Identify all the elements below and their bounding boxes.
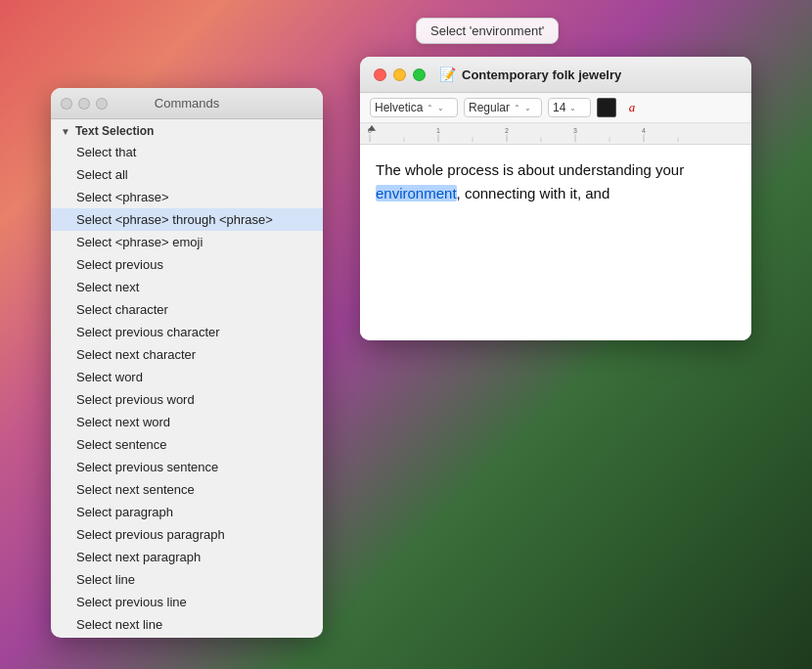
list-item[interactable]: Select previous line <box>51 591 323 613</box>
font-dropdown-icon: ⌃ <box>427 104 433 112</box>
content-before: The whole process is about understanding… <box>376 161 684 178</box>
list-item[interactable]: Select next word <box>51 411 323 433</box>
commands-titlebar: Commands <box>51 88 323 119</box>
list-item[interactable]: Select next paragraph <box>51 546 323 568</box>
minimize-button[interactable] <box>78 98 90 110</box>
list-item[interactable]: Select previous paragraph <box>51 523 323 546</box>
list-item[interactable]: Select next character <box>51 343 323 366</box>
list-item[interactable]: Select all <box>51 163 323 186</box>
size-selector[interactable]: 14 ⌄ <box>548 98 591 117</box>
svg-text:4: 4 <box>642 128 646 135</box>
ruler: 0 1 2 3 4 <box>360 123 751 145</box>
text-color-swatch[interactable] <box>597 98 616 117</box>
tooltip-text: Select 'environment' <box>430 23 544 38</box>
font-dropdown-icon2: ⌄ <box>437 104 444 112</box>
editor-title: Contemporary folk jewelry <box>462 67 621 82</box>
list-item[interactable]: Select that <box>51 141 323 163</box>
list-item[interactable]: Select sentence <box>51 433 323 456</box>
tooltip: Select 'environment' <box>416 18 559 44</box>
style-dropdown-icon2: ⌄ <box>524 104 531 112</box>
font-selector[interactable]: Helvetica ⌃ ⌄ <box>370 98 458 117</box>
svg-text:1: 1 <box>436 128 440 135</box>
list-item[interactable]: Select line <box>51 568 323 591</box>
editor-traffic-lights <box>374 68 426 81</box>
section-arrow-icon: ▼ <box>61 126 70 137</box>
style-selector[interactable]: Regular ⌃ ⌄ <box>464 98 542 117</box>
editor-window: 📝 Contemporary folk jewelry Helvetica ⌃ … <box>360 57 751 340</box>
section-header-label: Text Selection <box>75 124 154 138</box>
editor-titlebar: 📝 Contemporary folk jewelry <box>360 57 751 93</box>
font-value: Helvetica <box>375 101 423 114</box>
list-item[interactable]: Select previous word <box>51 388 323 411</box>
list-item[interactable]: Select previous sentence <box>51 456 323 478</box>
list-item[interactable]: Select <phrase> emoji <box>51 231 323 253</box>
list-item[interactable]: Select word <box>51 366 323 388</box>
list-item[interactable]: Select <phrase> <box>51 186 323 208</box>
style-dropdown-icon: ⌃ <box>514 104 520 112</box>
editor-maximize-button[interactable] <box>413 68 426 81</box>
commands-list[interactable]: ▼ Text Selection Select that Select all … <box>51 119 323 638</box>
content-after: , connecting with it, and <box>457 185 610 201</box>
ruler-svg: 0 1 2 3 4 <box>360 123 751 144</box>
commands-window-title: Commands <box>155 96 219 111</box>
size-value: 14 <box>553 101 565 114</box>
list-item[interactable]: Select next sentence <box>51 478 323 501</box>
commands-window: Commands ▼ Text Selection Select that Se… <box>51 88 323 638</box>
editor-close-button[interactable] <box>374 68 386 81</box>
editor-content[interactable]: The whole process is about understanding… <box>360 145 751 340</box>
svg-text:2: 2 <box>505 128 509 135</box>
maximize-button[interactable] <box>96 98 108 110</box>
format-button[interactable]: a <box>622 98 642 117</box>
list-item[interactable]: Select previous <box>51 253 323 276</box>
list-item[interactable]: Select previous character <box>51 321 323 343</box>
size-dropdown-icon: ⌄ <box>569 104 576 112</box>
list-item[interactable]: Select <phrase> through <phrase> <box>51 208 323 231</box>
highlighted-word: environment <box>376 185 457 201</box>
svg-text:3: 3 <box>573 128 577 135</box>
editor-toolbar: Helvetica ⌃ ⌄ Regular ⌃ ⌄ 14 ⌄ a <box>360 93 751 123</box>
editor-minimize-button[interactable] <box>393 68 406 81</box>
list-item[interactable]: Select next <box>51 276 323 298</box>
list-item[interactable]: Select previous <count> characte... <box>51 636 323 638</box>
list-item[interactable]: Select character <box>51 298 323 321</box>
close-button[interactable] <box>61 98 72 110</box>
style-value: Regular <box>469 101 510 114</box>
list-item[interactable]: Select next line <box>51 613 323 636</box>
traffic-lights <box>61 98 108 110</box>
section-header-text-selection: ▼ Text Selection <box>51 119 323 141</box>
list-item[interactable]: Select paragraph <box>51 501 323 523</box>
document-icon: 📝 <box>439 67 456 82</box>
